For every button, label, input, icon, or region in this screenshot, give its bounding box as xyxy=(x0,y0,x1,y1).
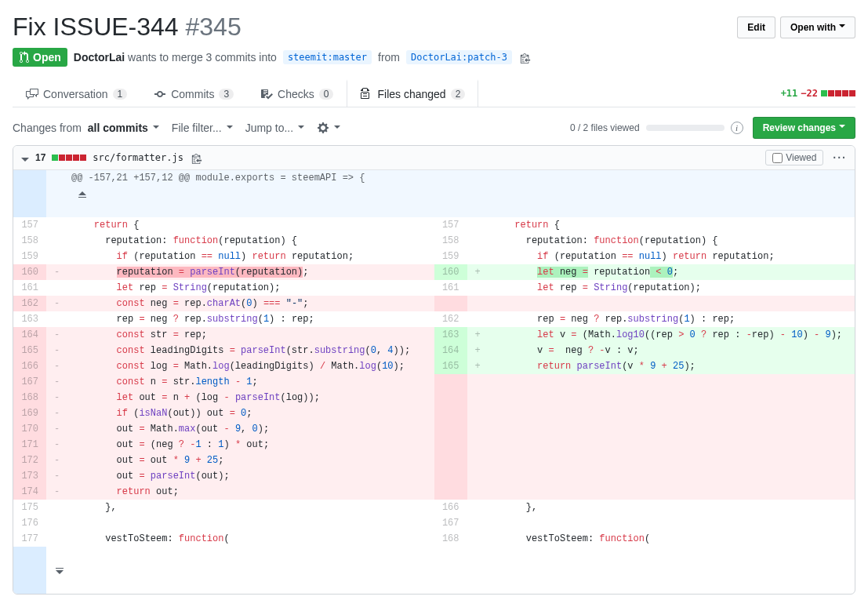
tab-checks[interactable]: Checks0 xyxy=(247,79,347,107)
git-commit-icon xyxy=(154,88,166,100)
diff-line[interactable]: 173- out = parseInt(out); xyxy=(13,468,855,484)
merge-description: DoctorLai wants to merge 3 commits into xyxy=(74,51,277,64)
file-toggle-icon[interactable] xyxy=(21,151,29,164)
diff-line[interactable]: 163 rep = neg ? rep.substring(1) : rep;1… xyxy=(13,311,855,327)
edit-button[interactable]: Edit xyxy=(737,16,775,38)
file-path[interactable]: src/formatter.js xyxy=(93,152,183,163)
diff-line[interactable]: 160- reputation = parseInt(reputation);1… xyxy=(13,264,855,280)
review-changes-button[interactable]: Review changes xyxy=(753,117,855,139)
tab-conversation[interactable]: Conversation1 xyxy=(13,79,140,107)
git-pull-request-icon xyxy=(19,51,30,64)
diff-line[interactable]: 168- let out = n + (log - parseInt(log))… xyxy=(13,390,855,405)
open-with-button[interactable]: Open with xyxy=(780,16,855,38)
base-branch[interactable]: steemit:master xyxy=(283,50,372,64)
diff-table: @@ -157,21 +157,12 @@ module.exports = s… xyxy=(13,170,855,547)
checklist-icon xyxy=(260,88,273,100)
file-filter-dropdown[interactable]: File filter... xyxy=(172,122,233,134)
pr-title: Fix ISSUE-344 #345 xyxy=(13,13,242,42)
pr-state-badge: Open xyxy=(13,48,67,67)
diff-line[interactable]: 167- const n = str.length - 1; xyxy=(13,374,855,390)
diff-settings-dropdown[interactable] xyxy=(317,122,340,134)
diffstat-summary: +11 −22 xyxy=(781,88,855,99)
comment-discussion-icon xyxy=(26,88,38,100)
diff-line[interactable]: 157 return {157 return { xyxy=(13,217,855,233)
diff-line[interactable]: 175 },166 }, xyxy=(13,500,855,515)
gear-icon xyxy=(317,122,329,134)
diff-line[interactable]: 161 let rep = String(reputation);161 let… xyxy=(13,280,855,296)
diff-line[interactable]: 162- const neg = rep.charAt(0) === "-"; xyxy=(13,296,855,311)
diff-line[interactable]: 164- const str = rep;163+ let v = (Math.… xyxy=(13,327,855,343)
pr-number: #345 xyxy=(186,13,242,41)
diff-line[interactable]: 170- out = Math.max(out - 9, 0); xyxy=(13,421,855,437)
tab-commits[interactable]: Commits3 xyxy=(140,79,247,107)
diff-line[interactable]: 171- out = (neg ? -1 : 1) * out; xyxy=(13,437,855,453)
files-viewed-progress: 0 / 2 files viewed i xyxy=(570,122,743,134)
copy-icon[interactable] xyxy=(518,49,532,65)
viewed-checkbox[interactable]: Viewed xyxy=(765,150,823,165)
head-branch[interactable]: DoctorLai:patch-3 xyxy=(406,50,512,64)
copy-path-icon[interactable] xyxy=(190,150,204,165)
file-change-count: 17 xyxy=(35,152,45,163)
diff-line[interactable]: 177 vestToSteem: function(168 vestToStee… xyxy=(13,531,855,547)
file-diff-icon xyxy=(360,88,372,100)
file-menu-icon[interactable]: ··· xyxy=(833,151,847,164)
expand-up-icon[interactable] xyxy=(13,170,46,217)
diff-line[interactable]: 169- if (isNaN(out)) out = 0; xyxy=(13,405,855,421)
diff-line[interactable]: 172- out = out * 9 + 25; xyxy=(13,453,855,468)
diff-line[interactable]: 166- const log = Math.log(leadingDigits)… xyxy=(13,358,855,374)
diff-line[interactable]: 159 if (reputation == null) return reput… xyxy=(13,249,855,264)
diff-line[interactable]: 165- const leadingDigits = parseInt(str.… xyxy=(13,343,855,358)
tab-files-changed[interactable]: Files changed2 xyxy=(347,79,478,107)
diff-line[interactable]: 176167 xyxy=(13,515,855,531)
diff-line[interactable]: 174- return out; xyxy=(13,484,855,500)
hunk-header: @@ -157,21 +157,12 @@ module.exports = s… xyxy=(64,170,855,217)
info-icon[interactable]: i xyxy=(731,122,743,134)
changes-from-dropdown[interactable]: Changes from all commits xyxy=(13,122,159,134)
expand-down-icon[interactable] xyxy=(13,547,46,594)
diff-line[interactable]: 158 reputation: function(reputation) {15… xyxy=(13,233,855,249)
jump-to-dropdown[interactable]: Jump to... xyxy=(245,122,304,134)
